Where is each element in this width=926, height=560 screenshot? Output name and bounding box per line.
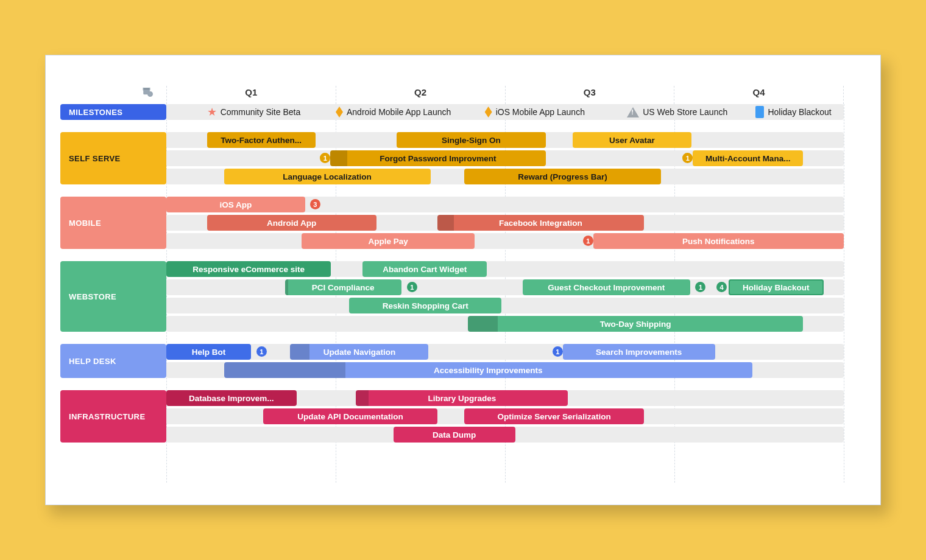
svg-rect-1 [143,88,150,90]
count-badge[interactable]: 1 [407,282,417,292]
roadmap-bar[interactable]: PCI Compliance [285,279,401,295]
roadmap-bar[interactable]: Update API Documentation [263,408,437,424]
roadmap-bar-label: Reward (Progress Bar) [518,172,607,181]
roadmap-bar[interactable]: Single-Sign On [397,132,546,148]
roadmap-bar-label: Responsive eCommerce site [193,265,305,274]
roadmap-bar[interactable]: Data Dump [394,427,515,443]
svg-point-3 [149,93,150,94]
count-badge[interactable]: 1 [583,236,593,246]
quarter-q2[interactable]: Q2 [336,86,506,104]
roadmap-bar[interactable]: Responsive eCommerce site [166,261,331,277]
roadmap-bar[interactable]: Accessibility Improvements [224,362,752,378]
diamond-icon [336,107,343,117]
quarter-header: Q1 Q2 Q3 Q4 [166,86,844,104]
roadmap-bar-label: Two-Day Shipping [600,320,671,329]
lane-webstore: Responsive eCommerce siteAbandon Cart Wi… [166,261,844,332]
roadmap-bar[interactable]: Multi-Account Mana... [693,150,803,166]
roadmap-bar-label: Abandon Cart Widget [383,265,467,274]
lane-label-mobile[interactable]: MOBILE [60,197,166,249]
roadmap-bar[interactable]: Facebook Integration [437,215,644,231]
calendar-settings-icon[interactable] [60,86,166,104]
timeline-row: Apple Pay1Push Notifications [166,233,844,249]
square-icon [755,106,764,118]
lane-labels-column: MILESTONESSELF SERVEMOBILEWEBSTOREHELP D… [60,86,166,483]
roadmap-bar-label: Accessibility Improvements [434,366,543,375]
timeline-row: Language LocalizationReward (Progress Ba… [166,169,844,184]
timeline-row: Help Bot1Update Navigation1Search Improv… [166,344,844,360]
roadmap-bar[interactable]: Language Localization [224,169,431,184]
count-badge[interactable]: 4 [716,282,727,292]
roadmap-bar[interactable]: Forgot Password Improvment [330,150,546,166]
lane-self-serve: Two-Factor Authen...Single-Sign OnUser A… [166,132,844,184]
timeline-row: Reskin Shopping Cart [166,298,844,313]
milestone-item[interactable]: Android Mobile App Launch [336,107,451,117]
roadmap-bar-label: Facebook Integration [499,219,582,228]
roadmap-bar[interactable]: iOS App [166,197,305,212]
roadmap-bar[interactable]: Optimize Server Serialization [464,408,644,424]
roadmap-bar[interactable]: Reskin Shopping Cart [349,298,501,313]
roadmap-bar-label: Apple Pay [369,237,408,246]
star-icon: ★ [207,105,217,119]
roadmap-bar-label: User Avatar [609,136,655,145]
roadmap-bar[interactable]: Holiday Blackout [729,279,824,295]
roadmap-bar-label: PCI Compliance [312,283,375,292]
count-badge[interactable]: 1 [320,153,330,163]
roadmap-bar[interactable]: Two-Day Shipping [468,316,803,332]
timeline-row: Android AppFacebook Integration [166,215,844,231]
lane-label-webstore[interactable]: WEBSTORE [60,261,166,332]
roadmap-bar-label: Language Localization [283,172,372,181]
lane-label-infrastructure[interactable]: INFRASTRUCTURE [60,390,166,443]
roadmap-bar-label: Guest Checkout Improvement [548,283,665,292]
lane-label-help-desk[interactable]: HELP DESK [60,344,166,378]
quarter-q4[interactable]: Q4 [674,86,844,104]
roadmap-bar-label: Help Bot [192,348,226,357]
roadmap-bar-label: Search Improvements [596,348,682,357]
lane-help-desk: Help Bot1Update Navigation1Search Improv… [166,344,844,378]
roadmap-bar[interactable]: User Avatar [573,132,691,148]
quarter-q3[interactable]: Q3 [506,86,675,104]
roadmap-bar[interactable]: Abandon Cart Widget [362,261,486,277]
roadmap-bar[interactable]: Guest Checkout Improvement [523,279,690,295]
warning-icon [627,107,639,117]
milestone-item[interactable]: ★Community Site Beta [207,105,301,119]
roadmap-bar-label: Single-Sign On [442,136,501,145]
roadmap-bar-label: Forgot Password Improvment [380,154,496,163]
lane-label-milestones[interactable]: MILESTONES [60,104,166,120]
milestone-item[interactable]: Holiday Blackout [755,106,831,118]
lane-label-self-serve[interactable]: SELF SERVE [60,132,166,184]
timeline-row: Update API DocumentationOptimize Server … [166,408,844,424]
roadmap-bar-label: Push Notifications [682,237,755,246]
roadmap-bar[interactable]: Library Upgrades [356,390,568,406]
roadmap-bar[interactable]: Reward (Progress Bar) [464,169,660,184]
roadmap-bar[interactable]: Help Bot [166,344,251,360]
roadmap-bar[interactable]: Database Improvem... [166,390,297,406]
timeline-row: iOS App3 [166,197,844,212]
count-badge[interactable]: 1 [553,346,563,357]
timeline-row: Responsive eCommerce siteAbandon Cart Wi… [166,261,844,277]
roadmap-bar-label: Update Navigation [323,348,396,357]
count-badge[interactable]: 1 [695,282,705,292]
roadmap-bar-label: Database Improvem... [189,394,274,403]
count-badge[interactable]: 3 [310,199,320,209]
roadmap-bar-label: Android App [267,219,316,228]
roadmap-bar[interactable]: Push Notifications [593,233,844,249]
lane-infrastructure: Database Improvem...Library UpgradesUpda… [166,390,844,443]
roadmap-board: MILESTONESSELF SERVEMOBILEWEBSTOREHELP D… [60,86,844,483]
roadmap-bar-label: Holiday Blackout [743,283,810,292]
milestone-item[interactable]: iOS Mobile App Launch [485,107,585,117]
milestone-item[interactable]: US Web Store Launch [627,107,727,117]
roadmap-bar-label: iOS App [220,200,252,209]
count-badge[interactable]: 1 [682,153,693,163]
roadmap-bar[interactable]: Android App [207,215,376,231]
quarter-q1[interactable]: Q1 [167,86,336,104]
roadmap-bar[interactable]: Apple Pay [302,233,475,249]
milestone-label: Holiday Blackout [768,107,831,117]
roadmap-bar[interactable]: Update Navigation [290,344,428,360]
roadmap-bar[interactable]: Search Improvements [563,344,715,360]
timeline-row: Two-Day Shipping [166,316,844,332]
roadmap-frame: MILESTONESSELF SERVEMOBILEWEBSTOREHELP D… [45,55,881,505]
roadmap-bar[interactable]: Two-Factor Authen... [207,132,316,148]
milestone-label: US Web Store Launch [643,107,727,117]
roadmap-bar-label: Data Dump [433,430,476,439]
count-badge[interactable]: 1 [256,346,267,357]
